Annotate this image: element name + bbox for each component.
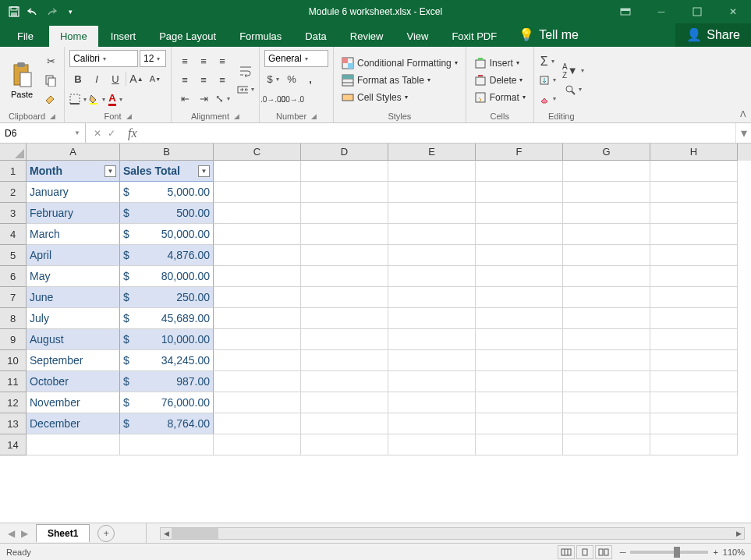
cell[interactable] bbox=[214, 434, 301, 455]
column-header[interactable]: F bbox=[476, 144, 563, 161]
zoom-level[interactable]: 110% bbox=[723, 548, 745, 557]
zoom-in-icon[interactable]: + bbox=[713, 548, 717, 557]
column-header[interactable]: D bbox=[301, 144, 388, 161]
cell[interactable] bbox=[650, 266, 738, 287]
cell[interactable] bbox=[301, 434, 388, 455]
sheet-nav-next-icon[interactable]: ▶ bbox=[21, 528, 28, 539]
cell[interactable] bbox=[650, 203, 738, 224]
sheet-tab[interactable]: Sheet1 bbox=[36, 524, 90, 542]
cell[interactable] bbox=[563, 371, 650, 392]
copy-icon[interactable] bbox=[42, 72, 59, 89]
column-header[interactable]: B bbox=[120, 144, 214, 161]
cell[interactable] bbox=[563, 224, 650, 245]
font-color-icon[interactable]: A bbox=[107, 90, 124, 108]
cell[interactable] bbox=[563, 203, 650, 224]
cell[interactable] bbox=[476, 182, 563, 203]
cell[interactable] bbox=[476, 392, 563, 413]
cell[interactable]: $80,000.00 bbox=[120, 266, 214, 287]
row-header[interactable]: 4 bbox=[0, 224, 27, 245]
cell[interactable] bbox=[650, 308, 738, 329]
enter-formula-icon[interactable]: ✓ bbox=[108, 128, 115, 139]
cell[interactable] bbox=[301, 371, 388, 392]
cell[interactable] bbox=[214, 308, 301, 329]
zoom-slider[interactable] bbox=[630, 551, 708, 554]
cell[interactable]: March bbox=[27, 224, 120, 245]
undo-icon[interactable] bbox=[25, 4, 41, 19]
cell[interactable]: January bbox=[27, 182, 120, 203]
cell[interactable] bbox=[214, 329, 301, 350]
row-header[interactable]: 7 bbox=[0, 287, 27, 308]
tab-file[interactable]: File bbox=[3, 26, 48, 47]
cell[interactable] bbox=[301, 287, 388, 308]
maximize-icon[interactable] bbox=[679, 0, 715, 23]
cell[interactable]: $50,000.00 bbox=[120, 224, 214, 245]
sheet-nav-prev-icon[interactable]: ◀ bbox=[8, 528, 15, 539]
cell[interactable] bbox=[388, 287, 476, 308]
format-painter-icon[interactable] bbox=[42, 90, 59, 108]
cell[interactable] bbox=[650, 350, 738, 371]
cell[interactable]: September bbox=[27, 350, 120, 371]
number-format-selector[interactable]: General bbox=[264, 50, 328, 67]
cell[interactable] bbox=[650, 413, 738, 434]
align-bottom-icon[interactable]: ≡ bbox=[214, 53, 231, 70]
save-icon[interactable] bbox=[6, 4, 22, 19]
increase-font-icon[interactable]: A▲ bbox=[128, 70, 145, 87]
ribbon-display-options-icon[interactable] bbox=[608, 0, 643, 23]
cell[interactable] bbox=[476, 434, 563, 455]
underline-button[interactable]: U bbox=[107, 70, 124, 87]
paste-button[interactable]: Paste bbox=[5, 50, 39, 110]
format-as-table-button[interactable]: Format as Table▾ bbox=[338, 73, 461, 88]
cell[interactable]: $34,245.00 bbox=[120, 350, 214, 371]
cell[interactable] bbox=[214, 392, 301, 413]
align-top-icon[interactable]: ≡ bbox=[176, 53, 193, 70]
cell[interactable] bbox=[214, 266, 301, 287]
cell[interactable]: November bbox=[27, 392, 120, 413]
filter-dropdown-icon[interactable]: ▼ bbox=[198, 165, 210, 177]
tab-page-layout[interactable]: Page Layout bbox=[148, 26, 227, 47]
cell[interactable] bbox=[388, 329, 476, 350]
merge-center-icon[interactable] bbox=[237, 81, 254, 98]
cell[interactable]: $4,876.00 bbox=[120, 245, 214, 266]
number-launcher-icon[interactable]: ◢ bbox=[311, 112, 317, 120]
normal-view-icon[interactable] bbox=[558, 545, 575, 559]
bold-button[interactable]: B bbox=[69, 70, 87, 87]
tab-data[interactable]: Data bbox=[294, 26, 337, 47]
cell[interactable] bbox=[388, 182, 476, 203]
row-header[interactable]: 13 bbox=[0, 413, 27, 434]
scroll-thumb[interactable] bbox=[172, 528, 218, 539]
cell[interactable] bbox=[120, 434, 214, 455]
font-launcher-icon[interactable]: ◢ bbox=[126, 112, 132, 120]
cell[interactable] bbox=[476, 161, 563, 182]
cell[interactable] bbox=[650, 434, 738, 455]
delete-cells-button[interactable]: Delete▾ bbox=[471, 73, 529, 88]
row-header[interactable]: 6 bbox=[0, 266, 27, 287]
cell[interactable] bbox=[650, 224, 738, 245]
collapse-ribbon-icon[interactable]: ᐱ bbox=[740, 109, 746, 119]
cell[interactable] bbox=[476, 413, 563, 434]
comma-format-icon[interactable]: , bbox=[302, 70, 319, 87]
cell[interactable]: $8,764.00 bbox=[120, 413, 214, 434]
cell[interactable] bbox=[301, 350, 388, 371]
cell[interactable] bbox=[476, 287, 563, 308]
cell[interactable] bbox=[301, 308, 388, 329]
column-header[interactable]: A bbox=[27, 144, 120, 161]
align-center-icon[interactable]: ≡ bbox=[195, 72, 212, 89]
cell[interactable] bbox=[563, 245, 650, 266]
row-header[interactable]: 5 bbox=[0, 245, 27, 266]
cell[interactable] bbox=[388, 224, 476, 245]
font-name-selector[interactable]: Calibri bbox=[69, 50, 138, 67]
cell[interactable] bbox=[214, 182, 301, 203]
cell[interactable] bbox=[214, 287, 301, 308]
cell[interactable]: $10,000.00 bbox=[120, 329, 214, 350]
cell[interactable] bbox=[388, 308, 476, 329]
cell[interactable]: June bbox=[27, 287, 120, 308]
select-all-corner[interactable] bbox=[0, 144, 27, 161]
cell[interactable] bbox=[563, 182, 650, 203]
fill-icon[interactable] bbox=[539, 72, 556, 89]
find-select-icon[interactable] bbox=[562, 81, 584, 98]
cell[interactable] bbox=[214, 203, 301, 224]
cut-icon[interactable]: ✂ bbox=[42, 53, 59, 70]
column-header[interactable]: H bbox=[650, 144, 738, 161]
cell[interactable] bbox=[563, 350, 650, 371]
column-header[interactable]: E bbox=[388, 144, 476, 161]
